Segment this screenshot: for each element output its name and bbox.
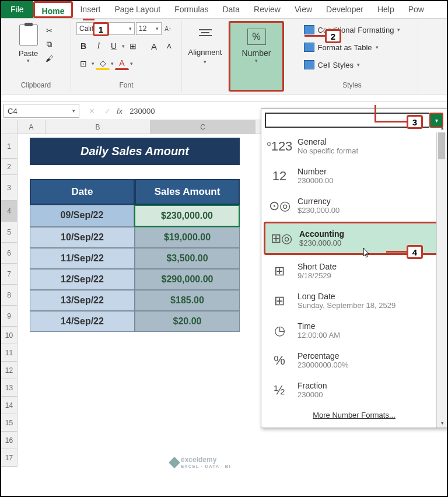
- cancel-icon[interactable]: ✕: [89, 107, 95, 116]
- enter-icon[interactable]: ✓: [104, 107, 111, 116]
- row-header-9[interactable]: 9: [1, 306, 18, 327]
- format-long-date[interactable]: ⊞ Long DateSunday, September 18, 2529: [261, 286, 447, 316]
- callout-2: 2: [325, 29, 341, 43]
- font-decrease-icon[interactable]: A: [162, 40, 176, 52]
- format-number[interactable]: 12 Number230000.00: [261, 161, 447, 191]
- underline-button[interactable]: U: [107, 40, 121, 52]
- format-general[interactable]: ⊙123 GeneralNo specific format: [261, 131, 447, 161]
- tab-page-layout[interactable]: Page Layout: [107, 1, 167, 18]
- name-box[interactable]: C4▾: [4, 104, 79, 118]
- bold-button[interactable]: B: [76, 40, 90, 52]
- chevron-down-icon: ▾: [255, 58, 258, 64]
- alignment-icon[interactable]: [195, 22, 216, 43]
- watermark-logo-icon: [169, 457, 180, 468]
- tab-insert[interactable]: Insert: [73, 1, 107, 18]
- table-row[interactable]: 09/Sep/22 $230,000.00: [30, 205, 240, 227]
- border-dropdown[interactable]: ⊡: [76, 57, 90, 70]
- format-short-date[interactable]: ⊞ Short Date9/18/2529: [261, 256, 447, 286]
- row-header-5[interactable]: 5: [1, 222, 18, 243]
- table-row[interactable]: 12/Sep/22 $290,000.00: [30, 269, 240, 290]
- font-color-button[interactable]: A: [115, 57, 129, 70]
- cell-styles-button[interactable]: Cell Styles▾: [304, 57, 360, 72]
- format-fraction[interactable]: ½ Fraction230000: [261, 375, 447, 405]
- table-row[interactable]: 13/Sep/22 $185.00: [30, 290, 240, 311]
- fx-icon[interactable]: fx: [117, 107, 123, 116]
- accounting-icon: ⊞◎: [271, 230, 291, 247]
- scroll-up-icon[interactable]: ▴: [437, 123, 447, 132]
- format-search-input[interactable]: [265, 113, 429, 128]
- row-header-7[interactable]: 7: [1, 264, 18, 285]
- ribbon-tabs: File Home Insert Page Layout Formulas Da…: [1, 1, 447, 19]
- col-header-a[interactable]: A: [18, 120, 46, 134]
- format-percentage[interactable]: % Percentage23000000.00%: [261, 345, 447, 375]
- tab-review[interactable]: Review: [247, 1, 288, 18]
- table-row[interactable]: 10/Sep/22 $19,000.00: [30, 227, 240, 248]
- tab-data[interactable]: Data: [215, 1, 247, 18]
- scroll-down-icon[interactable]: ▾: [437, 418, 447, 428]
- row-header-6[interactable]: 6: [1, 243, 18, 264]
- time-icon: ◷: [270, 323, 289, 339]
- group-label-styles: Styles: [342, 81, 362, 90]
- row-header-16[interactable]: 16: [1, 432, 18, 449]
- row-header-13[interactable]: 13: [1, 379, 18, 397]
- tab-file[interactable]: File: [1, 1, 33, 18]
- italic-button[interactable]: I: [92, 40, 106, 52]
- tab-developer[interactable]: Developer: [319, 1, 370, 18]
- row-header-2[interactable]: 2: [1, 159, 18, 175]
- format-painter-icon[interactable]: 🖌: [43, 52, 55, 64]
- header-date: Date: [30, 179, 135, 205]
- cut-icon[interactable]: ✂: [43, 24, 55, 36]
- dropdown-scrollbar[interactable]: ▴ ▾: [436, 132, 447, 428]
- scroll-thumb[interactable]: [438, 132, 445, 159]
- general-icon: ⊙123: [270, 138, 289, 155]
- paste-button[interactable]: Paste ▾: [16, 22, 40, 66]
- copy-icon[interactable]: ⧉: [43, 38, 55, 50]
- col-header-b[interactable]: B: [46, 120, 150, 134]
- tab-home[interactable]: Home: [33, 1, 74, 18]
- tab-view[interactable]: View: [288, 1, 319, 18]
- fill-color-button[interactable]: ◇: [96, 57, 110, 70]
- select-all[interactable]: [1, 120, 18, 134]
- paste-label: Paste: [19, 49, 38, 58]
- font-size-select[interactable]: 12▾: [136, 22, 162, 35]
- row-header-3[interactable]: 3: [1, 175, 18, 201]
- tab-power[interactable]: Pow: [401, 1, 431, 18]
- chevron-down-icon: ▾: [27, 58, 30, 64]
- more-number-formats[interactable]: More Number Formats...: [261, 405, 447, 428]
- row-header-14[interactable]: 14: [1, 397, 18, 414]
- long-date-icon: ⊞: [270, 293, 289, 309]
- tab-help[interactable]: Help: [370, 1, 401, 18]
- callout-3: 3: [407, 115, 423, 129]
- format-time[interactable]: ◷ Time12:00:00 AM: [261, 316, 447, 345]
- row-header-12[interactable]: 12: [1, 362, 18, 379]
- table-row[interactable]: 11/Sep/22 $3,500.00: [30, 248, 240, 269]
- border-button[interactable]: ⊞: [126, 40, 140, 52]
- format-as-table-button[interactable]: Format as Table▾: [304, 40, 379, 55]
- table-row[interactable]: 14/Sep/22 $20.00: [30, 311, 240, 332]
- number-format-button[interactable]: % Number ▾: [229, 21, 284, 92]
- row-header-1[interactable]: 1: [1, 134, 18, 159]
- cell-date: 10/Sep/22: [30, 227, 135, 248]
- fraction-icon: ½: [270, 382, 289, 398]
- cell-amount: $185.00: [135, 290, 240, 311]
- table-title: Daily Sales Amount: [30, 138, 240, 165]
- row-header-8[interactable]: 8: [1, 285, 18, 306]
- cursor-icon: [363, 248, 371, 258]
- cell-amount: $230,000.00: [134, 205, 240, 227]
- col-header-c[interactable]: C: [150, 120, 256, 134]
- row-headers: 1 2 3 4 5 6 7 8 9 10 11 12 13 14 15 16 1…: [1, 134, 18, 467]
- cell-amount: $19,000.00: [135, 227, 240, 248]
- format-currency[interactable]: ⊙◎ Currency$230,000.00: [261, 191, 447, 220]
- font-increase-icon[interactable]: A: [147, 40, 161, 52]
- grow-font-icon[interactable]: A↑: [163, 22, 173, 35]
- row-header-4[interactable]: 4: [1, 201, 18, 222]
- row-header-11[interactable]: 11: [1, 344, 18, 362]
- tab-formulas[interactable]: Formulas: [167, 1, 215, 18]
- percentage-icon: %: [270, 352, 289, 369]
- conditional-formatting-icon: [304, 25, 314, 34]
- chevron-down-icon: ▾: [204, 59, 206, 65]
- row-header-17[interactable]: 17: [1, 449, 18, 467]
- row-header-15[interactable]: 15: [1, 414, 18, 432]
- paste-icon: [19, 24, 38, 46]
- row-header-10[interactable]: 10: [1, 327, 18, 344]
